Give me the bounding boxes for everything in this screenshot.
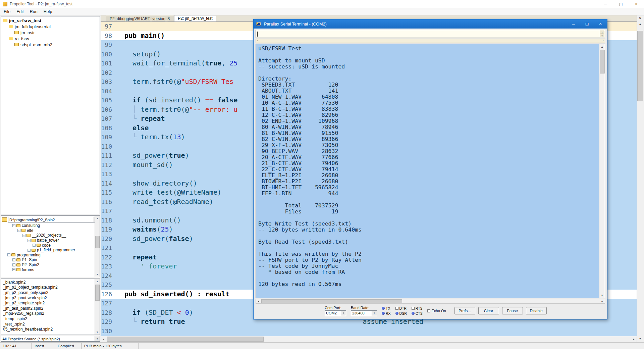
pause-button[interactable]: Pause xyxy=(502,307,523,314)
rts-checkbox[interactable] xyxy=(412,307,415,310)
tab-close-button[interactable]: ✕ xyxy=(637,15,643,21)
baud-rate-dropdown[interactable]: 230400 ▼ xyxy=(351,310,377,316)
spin-down-icon[interactable]: ▼ xyxy=(600,34,604,37)
dropdown-arrow-icon[interactable]: ▼ xyxy=(95,336,100,341)
scroll-up-button[interactable]: ▲ xyxy=(95,216,100,221)
scroll-right-button[interactable]: ► xyxy=(600,299,605,303)
file-list-item[interactable]: _jm_test_pasm2.spin2 xyxy=(2,306,94,311)
scroll-up-button[interactable]: ▲ xyxy=(95,279,100,284)
scroll-up-button[interactable]: ▲ xyxy=(637,21,643,27)
scrollbar-thumb[interactable] xyxy=(107,337,264,342)
terminal-horizontal-scrollbar[interactable]: ◄ ► xyxy=(256,299,605,304)
dtr-checkbox[interactable] xyxy=(395,307,398,310)
file-list-item[interactable]: _mpu-9250_regs.spin2 xyxy=(2,311,94,316)
scrollbar-thumb[interactable] xyxy=(95,285,100,301)
folder-tree[interactable]: -consulting-elte-__2026_projects__-battl… xyxy=(2,223,94,276)
dropdown-arrow-icon[interactable]: ▼ xyxy=(372,311,377,316)
folder-tree-item[interactable]: +forums xyxy=(2,267,94,272)
input-spinner[interactable]: ▲ ▼ xyxy=(600,31,604,37)
expander-icon[interactable]: - xyxy=(7,253,10,256)
object-tree-item[interactable]: ra_fsrw xyxy=(1,36,100,42)
minimize-button[interactable]: ─ xyxy=(598,0,613,8)
file-list-item[interactable]: _jm_p2_template.spin2 xyxy=(2,300,94,306)
terminal-input-field[interactable]: ▲ ▼ xyxy=(256,30,605,38)
expander-icon[interactable]: + xyxy=(33,244,36,247)
folder-tree-item[interactable]: -battle_tower xyxy=(2,238,94,243)
clear-button[interactable]: Clear xyxy=(478,307,499,314)
maximize-button[interactable]: ▢ xyxy=(613,0,629,8)
scroll-down-button[interactable]: ▼ xyxy=(599,293,605,298)
object-tree-item[interactable]: jm_ra-fsrw_test xyxy=(1,17,100,23)
expander-icon[interactable]: + xyxy=(28,249,31,252)
file-list[interactable]: _blank.spin2_jm_p2_object_template.spin2… xyxy=(2,280,94,334)
menu-edit[interactable]: Edit xyxy=(13,8,27,15)
object-view-panel[interactable]: jm_ra-fsrw_testjm_fullduplexserialjm_nst… xyxy=(1,16,100,214)
close-button[interactable]: ✕ xyxy=(629,0,644,8)
signal-dtr[interactable]: DTR xyxy=(395,306,407,310)
terminal-vertical-scrollbar[interactable]: ▲ ▼ xyxy=(599,44,605,298)
expander-icon[interactable]: - xyxy=(12,224,15,227)
scrollbar-thumb[interactable] xyxy=(261,299,402,303)
terminal-minimize-button[interactable]: ─ xyxy=(567,19,580,29)
menu-run[interactable]: Run xyxy=(27,8,41,15)
signal-rts[interactable]: RTS xyxy=(412,306,423,310)
scroll-down-button[interactable]: ▼ xyxy=(95,330,100,335)
scrollbar-thumb[interactable] xyxy=(95,236,100,248)
code-line[interactable]: 130 xyxy=(101,327,637,336)
folder-tree-item[interactable]: +P1_Spin xyxy=(2,257,94,262)
file-list-item[interactable]: _jm_p2_object_template.spin2 xyxy=(2,285,94,290)
folder-tree-item[interactable]: +code xyxy=(2,243,94,248)
scroll-left-button[interactable]: ◄ xyxy=(256,299,261,303)
small-right-arrow-icon[interactable]: › xyxy=(603,39,604,42)
file-list-item[interactable]: _jm_p2_pnut-work.spin2 xyxy=(2,295,94,301)
folder-tree-item[interactable]: +P2_Spin2 xyxy=(2,262,94,267)
scroll-down-button[interactable]: ▼ xyxy=(95,272,100,277)
scroll-right-button[interactable]: ► xyxy=(631,336,637,342)
file-filter-dropdown[interactable]: All Propeller Source (*.spin/spin2) ▼ xyxy=(1,336,100,342)
file-list-item[interactable]: _jm_p2_pasm_only.spin2 xyxy=(2,290,94,295)
folder-tree-scrollbar[interactable]: ▲ ▼ xyxy=(95,216,100,277)
folder-tree-item[interactable]: -elte xyxy=(2,228,94,233)
input-horizontal-scrollbar[interactable]: ‹ › xyxy=(256,39,605,43)
editor-tab[interactable]: P2: dibuggingV5UART_version_8 xyxy=(106,16,173,21)
com-port-dropdown[interactable]: COM2 ▼ xyxy=(325,310,346,316)
small-left-arrow-icon[interactable]: ‹ xyxy=(257,39,258,42)
echo-on-control[interactable]: Echo On xyxy=(427,309,446,313)
menu-file[interactable]: File xyxy=(1,8,13,15)
terminal-maximize-button[interactable]: ▢ xyxy=(580,19,594,29)
folder-tree-item[interactable]: -consulting xyxy=(2,223,94,228)
scroll-left-button[interactable]: ◄ xyxy=(101,336,106,342)
folder-tree-item[interactable]: -__2026_projects__ xyxy=(2,233,94,238)
terminal-output-area[interactable]: uSD/FSRW Test Attempt to mount uSD-- suc… xyxy=(256,44,605,298)
folder-tree-item[interactable]: -programming xyxy=(2,253,94,258)
file-list-item[interactable]: _test_.spin2 xyxy=(2,321,94,327)
scrollbar-thumb[interactable] xyxy=(637,31,643,101)
expander-icon[interactable]: - xyxy=(28,239,31,242)
terminal-close-button[interactable]: ✕ xyxy=(594,19,607,29)
file-list-item[interactable]: _temp_.spin2 xyxy=(2,316,94,321)
folder-tree-item[interactable]: +p1_field_programmer xyxy=(2,248,94,253)
dropdown-arrow-icon[interactable]: ▼ xyxy=(341,311,346,316)
object-tree-item[interactable]: jm_fullduplexserial xyxy=(1,23,100,30)
editor-vertical-scrollbar[interactable]: ✕ ▲ ▼ xyxy=(637,15,643,342)
expander-icon[interactable]: - xyxy=(22,234,25,237)
disable-button[interactable]: Disable xyxy=(526,307,547,314)
scrollbar-thumb[interactable] xyxy=(600,50,605,73)
file-list-item[interactable]: 05_nextion_heartbeat.spin2 xyxy=(2,327,94,332)
editor-tab[interactable]: P2: jm_ra-fsrw_test xyxy=(174,15,216,21)
scroll-up-button[interactable]: ▲ xyxy=(599,44,605,49)
terminal-titlebar[interactable]: Parallax Serial Terminal - (COM2) ─ ▢ ✕ xyxy=(254,19,607,29)
object-tree-item[interactable]: sdspi_asm_mb2 xyxy=(1,42,100,48)
scroll-down-button[interactable]: ▼ xyxy=(637,336,643,342)
expander-icon[interactable]: - xyxy=(17,229,20,232)
file-list-item[interactable]: _blank.spin2 xyxy=(2,280,94,285)
spin-up-icon[interactable]: ▲ xyxy=(600,31,604,34)
object-tree-item[interactable]: jm_nstr xyxy=(1,30,100,36)
menu-help[interactable]: Help xyxy=(41,8,55,15)
expander-icon[interactable]: + xyxy=(12,258,15,261)
editor-horizontal-scrollbar[interactable]: ◄ ► xyxy=(101,336,637,342)
prefs-button[interactable]: Prefs... xyxy=(454,307,475,314)
expander-icon[interactable]: + xyxy=(12,268,15,271)
expander-icon[interactable]: + xyxy=(12,263,15,266)
path-dropdown[interactable]: D:\programming\P2_Spin2 ▼ xyxy=(8,217,99,222)
